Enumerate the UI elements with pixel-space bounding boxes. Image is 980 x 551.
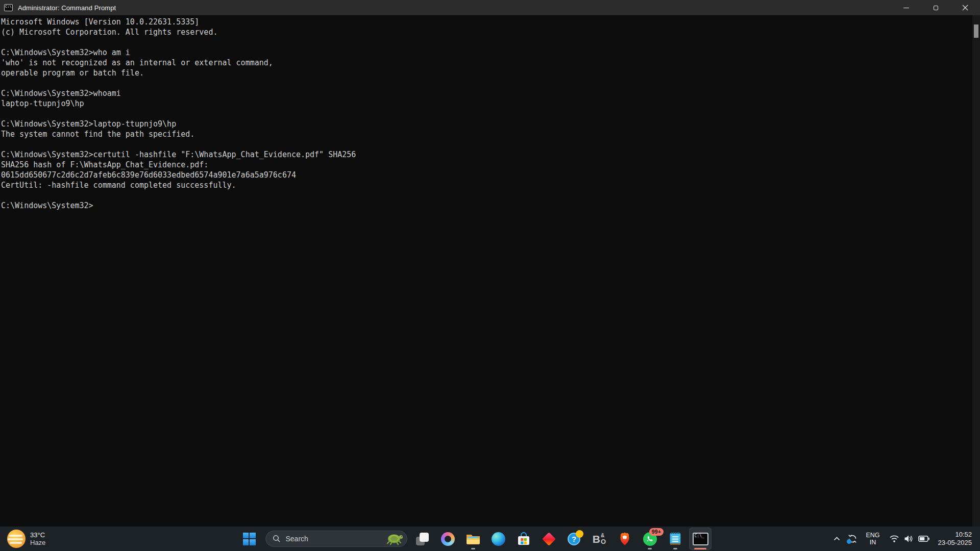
brave-icon [619, 532, 631, 546]
terminal-line: C:\Windows\System32>certutil -hashfile "… [1, 149, 980, 160]
terminal-body[interactable]: Microsoft Windows [Version 10.0.22631.53… [0, 15, 980, 527]
taskbar-app-diamond[interactable] [537, 528, 560, 550]
time-text: 10:52 [955, 531, 972, 539]
whatsapp-badge: 99+ [649, 528, 664, 536]
sync-pending-icon [847, 534, 857, 544]
start-button[interactable] [238, 528, 260, 550]
restore-button[interactable] [921, 0, 950, 15]
battery-icon [918, 536, 929, 542]
window-title: Administrator: Command Prompt [18, 4, 116, 12]
close-button[interactable] [950, 0, 980, 15]
scrollbar-thumb[interactable] [974, 24, 978, 38]
chevron-up-icon [834, 537, 840, 541]
terminal-line [1, 190, 980, 201]
terminal-line: 0615dd650677c2d6c2d7afeb6c839e76d6033edb… [1, 170, 980, 180]
taskbar: 33°C Haze Search [0, 527, 980, 551]
search-placeholder: Search [286, 535, 380, 543]
minimize-icon [903, 8, 909, 8]
screen: C:\ Administrator: Command Prompt Micros… [0, 0, 980, 551]
running-indicator [471, 548, 475, 549]
edge-icon [492, 532, 505, 546]
taskbar-app-whatsapp[interactable]: 99+ [639, 528, 661, 550]
taskbar-center: Search [238, 527, 712, 551]
terminal-line [1, 78, 980, 88]
weather-temperature: 33°C [30, 531, 45, 539]
taskbar-app-microsoft-store[interactable] [512, 528, 535, 550]
close-icon [962, 5, 968, 11]
terminal-line: C:\Windows\System32>whoami [1, 88, 980, 98]
window-controls [891, 0, 980, 15]
terminal-line: C:\Windows\System32>who am i [1, 47, 980, 58]
running-indicator [673, 548, 677, 549]
active-running-indicator [694, 548, 706, 549]
terminal-line [1, 139, 980, 149]
taskbar-app-copilot[interactable] [436, 528, 459, 550]
terminal-line: C:\Windows\System32>laptop-ttupnjo9\hp [1, 119, 980, 129]
weather-widget[interactable]: 33°C Haze [4, 527, 48, 551]
command-prompt-icon: C:\ [4, 4, 13, 11]
terminal-line: SHA256 hash of F:\WhatsApp_Chat_Evidence… [1, 160, 980, 170]
terminal-line: (c) Microsoft Corporation. All rights re… [1, 27, 980, 37]
search-icon [273, 535, 281, 543]
taskbar-app-help[interactable]: ? [563, 528, 585, 550]
notepad-icon [669, 532, 681, 546]
haze-sun-icon [7, 530, 26, 548]
wifi-icon [889, 535, 899, 543]
bang-olufsen-icon: B & O [593, 533, 606, 545]
minimize-button[interactable] [891, 0, 921, 15]
copilot-icon [441, 532, 455, 546]
search-box[interactable]: Search [265, 531, 407, 547]
microsoft-store-icon [517, 532, 530, 546]
turtle-image [385, 532, 404, 545]
taskbar-app-bang-olufsen[interactable]: B & O [588, 528, 610, 550]
help-question-icon: ? [568, 533, 580, 545]
terminal-line: laptop-ttupnjo9\hp [1, 98, 980, 109]
system-tray: ENG IN 10:52 [830, 527, 977, 551]
sync-status-button[interactable] [844, 529, 861, 549]
scrollbar-track[interactable] [972, 15, 980, 527]
terminal-line: 'who' is not recognized as an internal o… [1, 58, 980, 68]
date-text: 23-05-2025 [938, 539, 972, 547]
taskbar-app-brave[interactable] [614, 528, 636, 550]
running-indicator [648, 548, 652, 549]
weather-condition: Haze [30, 539, 45, 546]
terminal-line [1, 109, 980, 119]
taskbar-app-task-view[interactable] [411, 528, 434, 550]
terminal-line [1, 37, 980, 47]
terminal-line: Microsoft Windows [Version 10.0.22631.53… [1, 17, 980, 27]
file-explorer-icon [466, 533, 480, 545]
restore-icon [934, 6, 938, 10]
command-prompt-taskbar-icon: C:\_ [693, 533, 708, 545]
terminal-titlebar[interactable]: C:\ Administrator: Command Prompt [0, 0, 980, 15]
taskbar-app-file-explorer[interactable] [462, 528, 484, 550]
language-indicator[interactable]: ENG IN [861, 532, 884, 546]
quick-settings-button[interactable] [885, 535, 934, 543]
volume-icon [904, 535, 914, 543]
hidden-icons-button[interactable] [830, 529, 844, 549]
taskbar-app-edge[interactable] [487, 528, 509, 550]
taskbar-app-notepad[interactable] [664, 528, 687, 550]
terminal-line: operable program or batch file. [1, 68, 980, 78]
terminal-line: The system cannot find the path specifie… [1, 129, 980, 139]
clock[interactable]: 10:52 23-05-2025 [934, 531, 977, 547]
taskbar-app-command-prompt[interactable]: C:\_ [689, 528, 712, 550]
task-view-icon [416, 533, 429, 545]
terminal-line: CertUtil: -hashfile command completed su… [1, 180, 980, 190]
terminal-line: C:\Windows\System32> [1, 201, 980, 211]
windows-logo-icon [243, 533, 256, 545]
diamond-app-icon [542, 532, 556, 546]
